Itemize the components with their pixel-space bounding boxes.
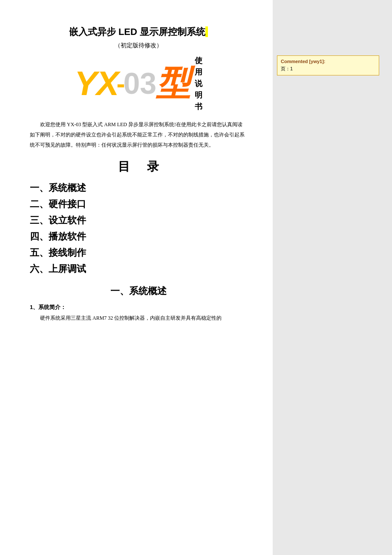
comment-header: Commented [ywy1]: — [281, 58, 375, 65]
subsection1-text: 硬件系统采用三星主流 ARM7 32 位控制解决器，内嵌自主研发并具有高稳定性的 — [30, 314, 247, 323]
comment-box: Commented [ywy1]: 页：1 — [277, 55, 379, 75]
toc-list: 一、系统概述 二、硬件接口 三、设立软件 四、播放软件 五、接线制作 六、上屏调… — [30, 182, 247, 275]
toc-item-6: 六、上屏调试 — [30, 263, 247, 275]
logo-container: YX - 03 型 使用说明书 — [75, 55, 203, 113]
logo-yx: YX — [75, 64, 118, 103]
comment-author-label: Commented [ywy1]: — [281, 59, 326, 64]
subtitle: （初定版待修改） — [30, 42, 247, 49]
title-section: 嵌入式异步 LED 显示屏控制系统 — [30, 26, 247, 38]
logo-03: 03 — [123, 66, 156, 101]
comment-sidebar: Commented [ywy1]: 页：1 — [273, 0, 392, 555]
intro-paragraph: 欢迎您使用 YX-03 型嵌入式 ARM LED 异步显示屏控制系统!在使用此卡… — [30, 119, 247, 150]
logo-xing: 型 — [156, 61, 190, 107]
toc-title: 目 录 — [30, 159, 247, 175]
title-highlight — [205, 26, 208, 37]
manual-text: 使用说明书 — [195, 55, 202, 113]
subsection1-label: 1、系统简介： — [30, 304, 247, 311]
toc-item-4: 四、播放软件 — [30, 230, 247, 243]
logo-section: YX - 03 型 使用说明书 — [30, 54, 247, 113]
toc-item-3: 三、设立软件 — [30, 214, 247, 227]
toc-item-2: 二、硬件接口 — [30, 198, 247, 211]
main-title: 嵌入式异步 LED 显示屏控制系统 — [69, 26, 208, 37]
toc-item-5: 五、接线制作 — [30, 246, 247, 259]
title-text-part1: 嵌入式异步 LED 显示屏控制系统 — [69, 26, 205, 37]
comment-text: 页：1 — [281, 66, 375, 72]
toc-item-1: 一、系统概述 — [30, 182, 247, 194]
section1-heading: 一、系统概述 — [30, 285, 247, 298]
document-page: 嵌入式异步 LED 显示屏控制系统 （初定版待修改） YX - 03 型 使用说… — [0, 0, 273, 555]
page-wrapper: 嵌入式异步 LED 显示屏控制系统 （初定版待修改） YX - 03 型 使用说… — [0, 0, 392, 555]
